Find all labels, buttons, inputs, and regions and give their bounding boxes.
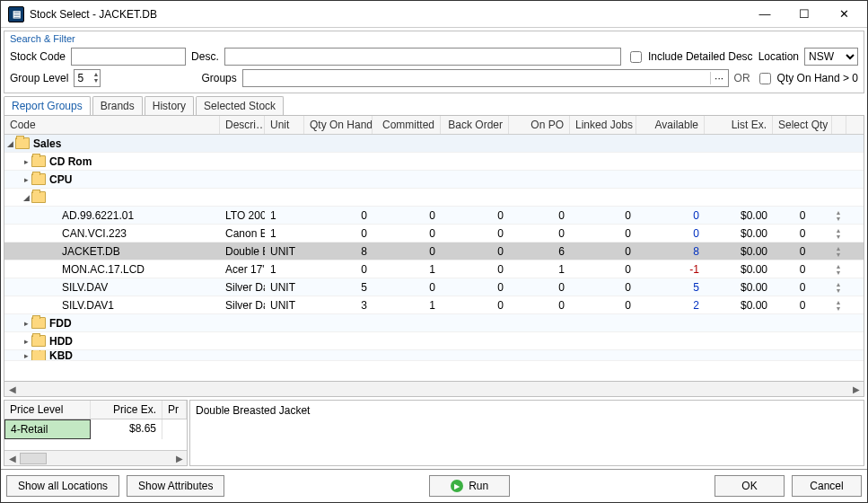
qty-on-hand-checkbox[interactable]: Qty On Hand > 0: [756, 70, 858, 87]
folder-icon: [31, 350, 46, 361]
col-onpo[interactable]: On PO: [509, 116, 570, 134]
expander-icon[interactable]: ▸: [21, 175, 31, 184]
data-row[interactable]: JACKET.DBDouble BrUNIT800608$0.000▲▼: [4, 243, 864, 260]
groups-input[interactable]: ···: [242, 69, 729, 87]
groups-browse-button[interactable]: ···: [710, 72, 728, 84]
scroll-left-icon[interactable]: ◀: [4, 451, 20, 465]
expander-icon[interactable]: ▸: [21, 351, 31, 360]
description-panel: Double Breasted Jacket: [189, 400, 864, 466]
show-all-locations-button[interactable]: Show all Locations: [6, 475, 119, 497]
tree-row-expanded[interactable]: ◢: [4, 189, 864, 207]
col-selqty[interactable]: Select Qty: [773, 116, 832, 134]
col-linked[interactable]: Linked Jobs: [570, 116, 636, 134]
titlebar: ▤ Stock Select - JACKET.DB — ☐ ✕: [1, 1, 867, 28]
col-code[interactable]: Code: [4, 116, 220, 134]
expander-icon[interactable]: ◢: [4, 139, 15, 148]
play-icon: ▶: [451, 480, 463, 492]
expander-icon[interactable]: ▸: [21, 157, 31, 166]
price-hscroll[interactable]: ◀ ▶: [4, 450, 187, 465]
cell-available: 2: [636, 297, 705, 313]
col-desc[interactable]: Descri…: [220, 116, 265, 134]
expander-icon[interactable]: ◢: [21, 193, 31, 202]
tree-row-sales[interactable]: ◢ Sales: [4, 135, 864, 153]
tab-report-groups[interactable]: Report Groups: [4, 96, 91, 115]
row-spinner-icon[interactable]: ▲▼: [832, 245, 845, 258]
col-committed[interactable]: Committed: [373, 116, 441, 134]
tree-label: Sales: [33, 137, 61, 150]
location-select[interactable]: NSW: [804, 48, 858, 66]
qty-on-hand-box[interactable]: [759, 73, 771, 84]
run-button[interactable]: ▶ Run: [429, 475, 510, 497]
data-row[interactable]: SILV.DAVSilver DavUNIT500005$0.000▲▼: [4, 278, 864, 296]
data-row[interactable]: SILV.DAV1Silver DavUNIT310002$0.000▲▼: [4, 296, 864, 314]
cell-code: CAN.VCI.223: [4, 225, 220, 242]
col-back[interactable]: Back Order: [441, 116, 509, 134]
tab-selected-stock[interactable]: Selected Stock: [196, 96, 284, 115]
row-spinner-icon[interactable]: ▲▼: [832, 299, 845, 312]
show-attributes-button[interactable]: Show Attributes: [127, 475, 224, 497]
cell-committed: 0: [373, 279, 441, 296]
include-detailed-desc-box[interactable]: [630, 51, 642, 63]
row-spinner-icon[interactable]: ▲▼: [832, 263, 845, 276]
scroll-right-icon[interactable]: ▶: [848, 382, 864, 396]
col-unit[interactable]: Unit: [265, 116, 304, 134]
col-qty[interactable]: Qty On Hand: [304, 116, 373, 134]
cell-desc: Acer 17" L: [220, 261, 265, 278]
cell-selqty[interactable]: 0: [773, 261, 832, 278]
minimize-button[interactable]: —: [745, 2, 785, 27]
data-row[interactable]: AD.99.6221.01LTO 200D1000000$0.000▲▼: [4, 207, 864, 225]
tree-row-fdd[interactable]: ▸ FDD: [4, 314, 864, 332]
col-available[interactable]: Available: [636, 116, 705, 134]
close-button[interactable]: ✕: [824, 2, 864, 27]
grid-hscroll[interactable]: ◀ ▶: [4, 382, 864, 397]
cell-selqty[interactable]: 0: [773, 225, 832, 242]
include-detailed-desc-checkbox[interactable]: Include Detailed Desc: [627, 49, 753, 66]
tree-row-hdd[interactable]: ▸ HDD: [4, 332, 864, 350]
scroll-right-icon[interactable]: ▶: [171, 451, 187, 465]
tree-row-kbd[interactable]: ▸ KBD: [4, 350, 864, 361]
price-row[interactable]: 4-Retail $8.65: [4, 419, 187, 439]
col-price-ex[interactable]: Price Ex.: [91, 401, 162, 419]
row-spinner-icon[interactable]: ▲▼: [832, 227, 845, 240]
row-spinner-icon[interactable]: ▲▼: [832, 281, 845, 294]
cell-list: $0.00: [705, 243, 773, 260]
row-spinner-icon[interactable]: ▲▼: [832, 209, 845, 222]
cell-committed: 1: [373, 297, 441, 313]
cell-selqty[interactable]: 0: [773, 207, 832, 224]
folder-icon: [31, 191, 46, 203]
cell-selqty[interactable]: 0: [773, 279, 832, 296]
col-price-level[interactable]: Price Level: [4, 401, 91, 419]
include-detailed-desc-label: Include Detailed Desc: [648, 50, 753, 63]
cancel-button[interactable]: Cancel: [792, 475, 862, 497]
cell-code: SILV.DAV1: [4, 297, 220, 313]
stock-code-label: Stock Code: [10, 50, 66, 63]
price-ex-cell: $8.65: [91, 419, 162, 439]
maximize-button[interactable]: ☐: [785, 2, 824, 27]
tree-row-cpu[interactable]: ▸ CPU: [4, 171, 864, 189]
expander-icon[interactable]: ▸: [21, 319, 31, 328]
tab-history[interactable]: History: [145, 96, 194, 115]
desc-input[interactable]: [224, 48, 621, 66]
cell-selqty[interactable]: 0: [773, 243, 832, 260]
folder-icon: [31, 335, 46, 347]
data-row[interactable]: CAN.VCI.223Canon BC1000000$0.000▲▼: [4, 225, 864, 243]
cell-linked: 0: [570, 243, 636, 260]
cell-qty: 5: [304, 279, 373, 296]
cell-onpo: 0: [509, 225, 570, 242]
cell-unit: UNIT: [265, 297, 304, 313]
expander-icon[interactable]: ▸: [21, 337, 31, 346]
scroll-left-icon[interactable]: ◀: [4, 382, 20, 396]
tab-brands[interactable]: Brands: [92, 96, 143, 115]
ok-button[interactable]: OK: [715, 475, 785, 497]
col-list[interactable]: List Ex.: [705, 116, 773, 134]
col-price-pr[interactable]: Pr: [162, 401, 187, 419]
group-level-spinner[interactable]: 5 ▲▼: [74, 69, 101, 87]
cell-unit: UNIT: [265, 243, 304, 260]
cell-selqty[interactable]: 0: [773, 297, 832, 313]
filter-caption: Search & Filter: [10, 33, 858, 44]
tree-row-cdrom[interactable]: ▸ CD Rom: [4, 153, 864, 171]
scroll-thumb[interactable]: [20, 453, 47, 464]
data-row[interactable]: MON.AC.17.LCDAcer 17" L101010-1$0.000▲▼: [4, 260, 864, 278]
stock-code-input[interactable]: [71, 48, 186, 66]
spinner-arrows-icon[interactable]: ▲▼: [92, 71, 99, 84]
